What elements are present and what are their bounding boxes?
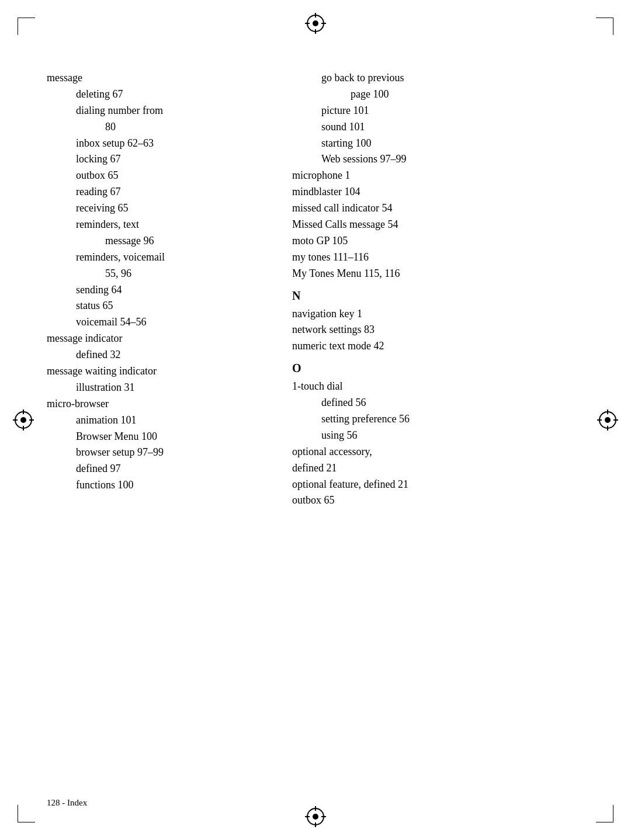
- list-item: micro-browser: [47, 396, 269, 412]
- list-item: mindblaster 104: [292, 184, 584, 200]
- list-item: sound 101: [292, 119, 584, 136]
- list-item: animation 101: [47, 412, 269, 429]
- list-item: defined 21: [292, 460, 584, 477]
- left-column: messagedeleting 67dialing number from80i…: [47, 70, 269, 782]
- list-item: N: [292, 287, 584, 305]
- list-item: inbox setup 62–63: [47, 136, 269, 152]
- list-item: locking 67: [47, 151, 269, 168]
- crosshair-right: [597, 409, 618, 431]
- list-item: navigation key 1: [292, 306, 584, 322]
- list-item: Missed Calls message 54: [292, 217, 584, 233]
- footer-text: 128 - Index: [47, 798, 87, 807]
- crosshair-bottom: [305, 806, 326, 827]
- list-item: defined 32: [47, 347, 269, 363]
- list-item: deleting 67: [47, 86, 269, 103]
- crosshair-left: [13, 409, 34, 431]
- list-item: my tones 111–116: [292, 249, 584, 266]
- page: messagedeleting 67dialing number from80i…: [0, 0, 631, 840]
- corner-mark-tl: [18, 18, 41, 41]
- list-item: numeric text mode 42: [292, 338, 584, 355]
- list-item: sending 64: [47, 282, 269, 298]
- list-item: 55, 96: [47, 266, 269, 282]
- list-item: picture 101: [292, 103, 584, 119]
- list-item: reading 67: [47, 184, 269, 200]
- list-item: using 56: [292, 428, 584, 444]
- list-item: voicemail 54–56: [47, 314, 269, 331]
- list-item: starting 100: [292, 136, 584, 152]
- list-item: outbox 65: [292, 492, 584, 509]
- svg-point-7: [20, 417, 26, 423]
- list-item: reminders, voicemail: [47, 249, 269, 266]
- list-item: My Tones Menu 115, 116: [292, 266, 584, 282]
- list-item: go back to previous: [292, 70, 584, 86]
- list-item: moto GP 105: [292, 233, 584, 249]
- list-item: 1-touch dial: [292, 379, 584, 395]
- list-item: Web sessions 97–99: [292, 151, 584, 168]
- list-item: defined 56: [292, 395, 584, 411]
- svg-point-19: [313, 814, 318, 820]
- list-item: microphone 1: [292, 168, 584, 184]
- corner-mark-br: [590, 799, 613, 822]
- main-content: messagedeleting 67dialing number from80i…: [47, 70, 584, 782]
- list-item: optional feature, defined 21: [292, 477, 584, 493]
- list-item: 80: [47, 119, 269, 136]
- list-item: outbox 65: [47, 168, 269, 184]
- corner-mark-tr: [590, 18, 613, 41]
- list-item: status 65: [47, 298, 269, 314]
- list-item: dialing number from: [47, 103, 269, 119]
- list-item: page 100: [292, 86, 584, 103]
- list-item: message waiting indicator: [47, 363, 269, 380]
- list-item: reminders, text: [47, 217, 269, 233]
- list-item: missed call indicator 54: [292, 200, 584, 217]
- svg-point-13: [605, 417, 611, 423]
- list-item: defined 97: [47, 461, 269, 477]
- list-item: message 96: [47, 233, 269, 249]
- list-item: O: [292, 359, 584, 377]
- list-item: receiving 65: [47, 200, 269, 217]
- list-item: Browser Menu 100: [47, 429, 269, 445]
- list-item: message indicator: [47, 331, 269, 347]
- list-item: functions 100: [47, 477, 269, 494]
- crosshair-top: [305, 13, 326, 34]
- list-item: network settings 83: [292, 322, 584, 338]
- corner-mark-bl: [18, 799, 41, 822]
- list-item: optional accessory,: [292, 444, 584, 460]
- svg-point-1: [313, 20, 318, 26]
- list-item: message: [47, 70, 269, 86]
- list-item: illustration 31: [47, 380, 269, 396]
- right-column: go back to previouspage 100picture 101so…: [292, 70, 584, 782]
- list-item: browser setup 97–99: [47, 445, 269, 461]
- page-footer: 128 - Index: [47, 798, 87, 808]
- list-item: setting preference 56: [292, 411, 584, 428]
